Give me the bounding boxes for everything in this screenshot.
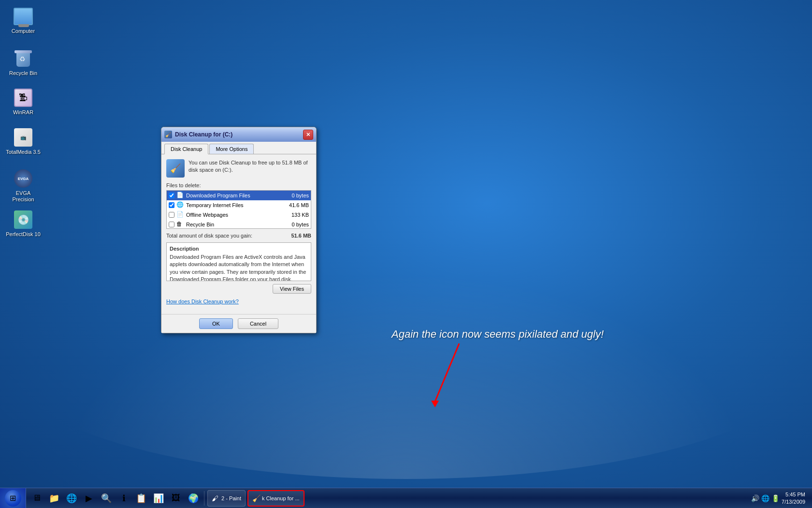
- taskbar-icon-ie[interactable]: 🖥: [29, 490, 45, 507]
- file-name-0: Downloaded Program Files: [186, 193, 282, 198]
- desktop-icon-evga[interactable]: EVGA EVGA Precision: [4, 167, 43, 205]
- taskbar-icon-globe[interactable]: 🌍: [185, 490, 202, 507]
- file-item-offline-webpages[interactable]: 📄 Offline Webpages 133 KB: [167, 210, 311, 220]
- taskbar-icon-browser[interactable]: 🌐: [63, 490, 80, 507]
- totalmedia-label: TotalMedia 3.5: [6, 149, 41, 155]
- cleanup-icon: 🧹: [166, 159, 185, 178]
- total-row: Total amount of disk space you gain: 51.…: [166, 233, 311, 239]
- taskbar: ⊞ 🖥 📁 🌐 ▶ 🔍 ℹ 📋 📊 🖼 🌍 🖌 2 - Paint 🧹: [0, 488, 812, 508]
- file-item-temp-internet[interactable]: 🌐 Temporary Internet Files 41.6 MB: [167, 200, 311, 210]
- desktop-swoosh: [0, 237, 812, 479]
- taskbar-icon-app2[interactable]: 📊: [150, 490, 167, 507]
- recycle-bin-label: Recycle Bin: [9, 70, 37, 76]
- desktop-icon-computer[interactable]: Computer: [4, 5, 43, 36]
- file-checkbox-3[interactable]: [169, 222, 174, 227]
- taskbar-icon-app1[interactable]: 📋: [133, 490, 149, 507]
- tab-disk-cleanup[interactable]: Disk Cleanup: [164, 144, 208, 154]
- computer-label: Computer: [12, 28, 35, 34]
- windows-orb: ⊞: [5, 490, 21, 507]
- view-files-button[interactable]: View Files: [273, 284, 311, 294]
- systray-icon-battery[interactable]: 🔋: [771, 494, 780, 502]
- tab-more-options[interactable]: More Options: [209, 144, 254, 154]
- dialog-title-icon: 🧹: [164, 131, 172, 138]
- taskbar-icon-app3[interactable]: 🖼: [168, 490, 184, 507]
- desktop-icon-winrar[interactable]: 🗜 WinRAR: [4, 86, 43, 118]
- paint-icon: 🖌: [212, 494, 219, 502]
- dialog-header-text: You can use Disk Cleanup to free up to 5…: [188, 159, 311, 174]
- file-checkbox-2[interactable]: [169, 212, 174, 218]
- systray-icon-network[interactable]: 🌐: [761, 494, 769, 502]
- dialog-titlebar[interactable]: 🧹 Disk Cleanup for (C:) ✕: [161, 127, 316, 142]
- clock-date: 7/13/2009: [782, 498, 805, 505]
- taskbar-task-paint[interactable]: 🖌 2 - Paint: [207, 490, 246, 507]
- link-row: How does Disk Cleanup work?: [166, 297, 311, 305]
- total-label: Total amount of disk space you gain:: [166, 233, 252, 239]
- clock-time: 5:45 PM: [782, 491, 805, 498]
- perfectdisk-label: PerfectDisk 10: [6, 231, 41, 238]
- disk-cleanup-taskbar-icon: 🧹: [252, 494, 260, 502]
- ok-button[interactable]: OK: [199, 318, 233, 329]
- file-icon-2: 📄: [176, 211, 184, 219]
- file-item-downloaded-programs[interactable]: 📄 Downloaded Program Files 0 bytes: [167, 191, 311, 200]
- file-name-2: Offline Webpages: [186, 212, 282, 218]
- description-box: Description Downloaded Program Files are…: [166, 242, 311, 281]
- start-button[interactable]: ⊞: [0, 488, 26, 508]
- how-disk-cleanup-link[interactable]: How does Disk Cleanup work?: [166, 299, 239, 304]
- files-section-label: Files to delete:: [166, 182, 311, 188]
- file-checkbox-1[interactable]: [169, 202, 174, 208]
- total-value: 51.6 MB: [291, 233, 311, 239]
- desktop-icon-totalmedia[interactable]: 📺 TotalMedia 3.5: [4, 126, 43, 157]
- taskbar-task-disk-cleanup[interactable]: 🧹 k Cleanup for ...: [247, 490, 304, 507]
- desktop: Computer ♻ Recycle Bin 🗜 WinRAR 📺 TotalM…: [0, 0, 812, 508]
- file-size-0: 0 bytes: [282, 193, 309, 198]
- file-icon-0: 📄: [176, 192, 184, 199]
- systray-icon-volume[interactable]: 🔊: [751, 494, 759, 502]
- desktop-icon-recycle-bin[interactable]: ♻ Recycle Bin: [4, 47, 43, 78]
- description-title: Description: [170, 246, 308, 252]
- dialog-tab-strip: Disk Cleanup More Options: [161, 142, 316, 154]
- file-name-1: Temporary Internet Files: [186, 202, 282, 208]
- dialog-content: 🧹 You can use Disk Cleanup to free up to…: [161, 154, 316, 314]
- description-body: Downloaded Program Files are ActiveX con…: [170, 254, 308, 281]
- disk-cleanup-dialog: 🧹 Disk Cleanup for (C:) ✕ Disk Cleanup M…: [161, 127, 317, 333]
- taskbar-icon-folder[interactable]: 📁: [46, 490, 62, 507]
- recycle-bin-icon: ♻: [14, 49, 33, 68]
- file-size-2: 133 KB: [282, 212, 309, 218]
- file-icon-3: 🗑: [176, 221, 184, 228]
- taskbar-separator: [204, 491, 204, 506]
- evga-icon: EVGA: [14, 169, 33, 188]
- dialog-buttons: OK Cancel: [161, 314, 316, 333]
- files-to-delete-list[interactable]: 📄 Downloaded Program Files 0 bytes 🌐 Tem…: [166, 190, 311, 229]
- view-files-row: View Files: [166, 284, 311, 294]
- systray: 🔊 🌐 🔋 5:45 PM 7/13/2009: [748, 488, 812, 508]
- system-clock[interactable]: 5:45 PM 7/13/2009: [782, 491, 809, 505]
- disk-cleanup-task-label: k Cleanup for ...: [262, 495, 300, 501]
- winrar-label: WinRAR: [13, 109, 33, 116]
- file-icon-1: 🌐: [176, 201, 184, 209]
- taskbar-icon-info[interactable]: ℹ: [116, 490, 132, 507]
- file-checkbox-0[interactable]: [169, 193, 174, 198]
- taskbar-items: 🖥 📁 🌐 ▶ 🔍 ℹ 📋 📊 🖼 🌍 🖌 2 - Paint 🧹 k Clea…: [26, 488, 748, 508]
- perfectdisk-icon: 💿: [14, 210, 33, 229]
- taskbar-icon-search[interactable]: 🔍: [98, 490, 115, 507]
- dialog-title: Disk Cleanup for (C:): [175, 131, 303, 138]
- dialog-close-button[interactable]: ✕: [303, 130, 313, 140]
- totalmedia-icon: 📺: [14, 128, 33, 147]
- computer-icon: [14, 7, 33, 26]
- evga-label: EVGA Precision: [6, 190, 41, 203]
- file-name-3: Recycle Bin: [186, 222, 282, 227]
- file-item-recycle-bin[interactable]: 🗑 Recycle Bin 0 bytes: [167, 220, 311, 229]
- winrar-icon: 🗜: [14, 88, 33, 107]
- paint-task-label: 2 - Paint: [221, 495, 241, 501]
- file-size-3: 0 bytes: [282, 222, 309, 227]
- taskbar-icon-media[interactable]: ▶: [81, 490, 97, 507]
- file-size-1: 41.6 MB: [282, 202, 309, 208]
- dialog-header: 🧹 You can use Disk Cleanup to free up to…: [166, 159, 311, 178]
- desktop-icon-perfectdisk[interactable]: 💿 PerfectDisk 10: [4, 208, 43, 239]
- cancel-button[interactable]: Cancel: [238, 318, 278, 329]
